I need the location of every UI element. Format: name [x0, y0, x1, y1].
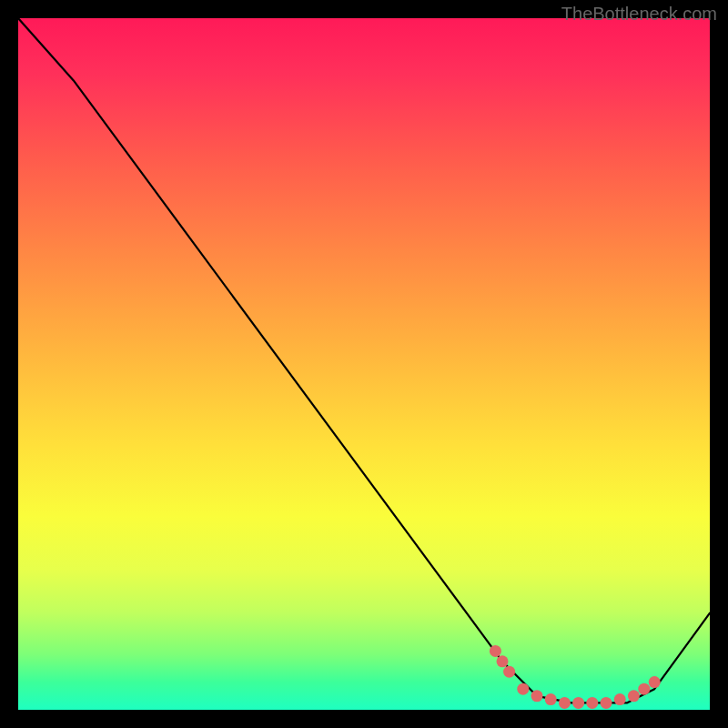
chart-marker	[517, 683, 529, 695]
chart-marker	[614, 693, 626, 705]
chart-marker	[497, 655, 509, 667]
chart-marker	[572, 697, 584, 709]
chart-marker	[503, 666, 515, 678]
chart-plot-area	[18, 18, 710, 710]
chart-marker	[628, 690, 640, 702]
chart-curve	[18, 18, 710, 710]
chart-marker	[490, 645, 501, 657]
chart-marker	[531, 690, 543, 702]
chart-marker	[545, 693, 557, 705]
chart-marker	[638, 683, 650, 695]
attribution-text: TheBottleneck.com	[561, 4, 717, 25]
chart-marker	[649, 676, 661, 688]
chart-marker	[586, 697, 598, 709]
chart-marker	[559, 697, 571, 709]
chart-markers	[18, 18, 710, 710]
chart-marker	[601, 697, 612, 709]
